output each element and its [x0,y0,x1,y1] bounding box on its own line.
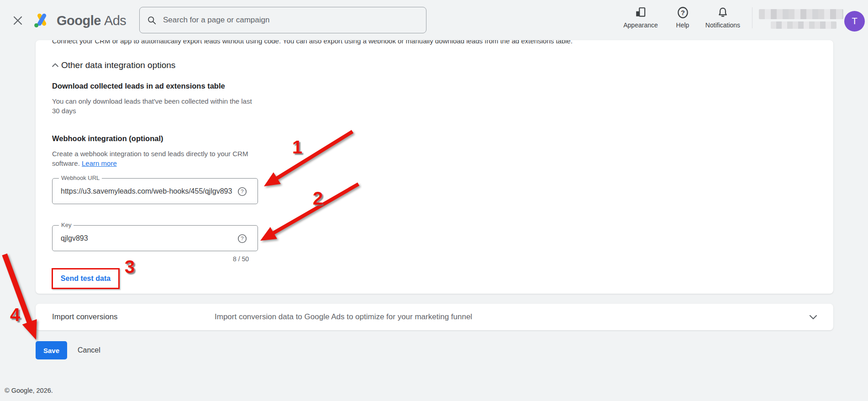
google-ads-logo-icon [32,12,51,29]
chevron-down-icon[interactable] [808,311,819,322]
cancel-button[interactable]: Cancel [72,341,106,359]
webhook-description: Create a webhook integration to send lea… [52,149,271,168]
webhook-url-input[interactable] [61,179,239,204]
notifications-bell-icon [717,6,729,18]
arrow-4 [5,254,37,340]
svg-text:?: ? [241,236,243,241]
webhook-url-help-icon[interactable]: ? [237,187,247,196]
svg-text:?: ? [241,189,243,194]
svg-text:?: ? [681,9,685,16]
topbar-divider [752,7,752,28]
appearance-icon [635,6,647,18]
key-field[interactable]: Key ? [52,225,258,251]
search-box[interactable] [139,7,426,33]
annotation-number-4: 4 [10,305,20,325]
search-input[interactable] [163,16,419,25]
section-title: Other data integration options [61,60,175,70]
intro-text-clipped: Connect your CRM or app to automatically… [52,40,573,45]
webhook-title: Webhook integration (optional) [52,134,163,143]
import-conversions-description: Import conversion data to Google Ads to … [215,312,472,322]
close-icon[interactable] [12,15,23,26]
save-button[interactable]: Save [36,341,67,359]
avatar-initial: T [852,16,857,26]
google-ads-logo[interactable]: GoogleAds [32,12,126,29]
download-leads-title: Download collected leads in ad extension… [52,82,225,90]
chevron-up-icon [51,61,60,70]
top-bar: GoogleAds Appearance ? Help [0,0,868,38]
section-other-data-integration[interactable]: Other data integration options [51,60,175,70]
annotation-box-send-test: Send test data [52,268,120,289]
download-leads-description: You can only download leads that've been… [52,96,260,116]
send-test-data-button[interactable]: Send test data [61,274,110,283]
logo-text: GoogleAds [57,13,126,28]
notifications-button[interactable]: Notifications [698,5,748,29]
logo-brand: Google [57,13,101,28]
logo-product: Ads [104,13,126,28]
search-icon [147,16,157,25]
key-help-icon[interactable]: ? [237,234,247,243]
account-id-redacted [771,21,836,29]
footer-copyright: © Google, 2026. [5,387,53,394]
key-char-counter: 8 / 50 [52,255,249,263]
import-conversions-title: Import conversions [52,312,189,322]
account-name-redacted [759,9,843,19]
webhook-url-field[interactable]: Webhook URL ? [52,178,258,204]
learn-more-link[interactable]: Learn more [82,159,117,167]
avatar[interactable]: T [844,11,865,32]
key-input[interactable] [61,226,239,251]
import-conversions-row[interactable]: Import conversions Import conversion dat… [36,304,833,330]
help-icon: ? [677,6,689,19]
notifications-label: Notifications [698,21,748,29]
lead-export-card: Connect your CRM or app to automatically… [36,40,833,294]
